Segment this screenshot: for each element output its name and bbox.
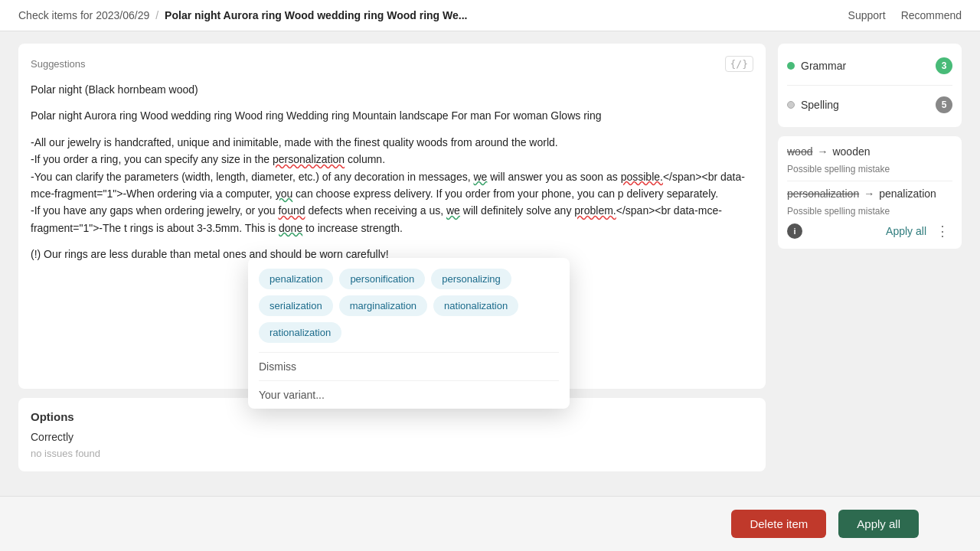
fix2-to: penalization xyxy=(879,187,936,200)
chip-penalization[interactable]: penalization xyxy=(259,269,333,289)
text-content: Polar night (Black hornbeam wood) Polar … xyxy=(31,81,753,263)
divider xyxy=(787,85,952,86)
chip-serialization[interactable]: serialization xyxy=(259,295,333,316)
fix1-note: Possible spelling mistake xyxy=(787,164,952,174)
chip-rationalization[interactable]: rationalization xyxy=(259,322,341,343)
suggestions-header: Suggestions {/} xyxy=(31,56,753,72)
fix1-to: wooden xyxy=(832,145,870,158)
breadcrumb: Check items for 2023/06/29 / Polar night… xyxy=(18,9,467,21)
your-variant-action[interactable]: Your variant... xyxy=(259,380,559,409)
main-content: Suggestions {/} Polar night (Black hornb… xyxy=(0,31,980,484)
grammar-dot xyxy=(787,62,795,70)
support-link[interactable]: Support xyxy=(848,9,886,21)
chip-personification[interactable]: personification xyxy=(339,269,425,289)
spelling-dot xyxy=(787,101,795,109)
spelling-count: 5 xyxy=(936,96,952,113)
spelling-item: Spelling 5 xyxy=(787,92,952,118)
underlined-word-we2: we xyxy=(446,204,460,217)
suggestions-chips: penalization personification personalizi… xyxy=(259,269,559,343)
paragraph-1: Polar night (Black hornbeam wood) xyxy=(31,81,753,98)
underlined-word-found: found xyxy=(278,204,305,217)
fix2-arrow: → xyxy=(864,187,874,200)
right-panel: Grammar 3 Spelling 5 wood → wooden Possi… xyxy=(778,44,962,471)
left-panel: Suggestions {/} Polar night (Black hornb… xyxy=(18,44,766,471)
apply-all-bottom-button[interactable]: Apply all xyxy=(838,510,919,538)
chip-nationalization[interactable]: nationalization xyxy=(433,295,518,316)
apply-all-row: i Apply all ⋮ xyxy=(787,223,952,240)
divider2 xyxy=(787,181,952,181)
underlined-word-we: we xyxy=(473,171,487,183)
options-status: Correctly xyxy=(31,431,753,443)
underlined-word-you: you xyxy=(276,187,293,200)
options-title: Options xyxy=(31,410,753,423)
apply-all-button[interactable]: Apply all xyxy=(808,225,926,237)
underlined-word-possible: possible. xyxy=(621,171,663,183)
paragraph-2: Polar night Aurora ring Wood wedding rin… xyxy=(31,107,753,124)
spelling-fix-2: personalization → penalization xyxy=(787,187,952,200)
grammar-item: Grammar 3 xyxy=(787,53,952,79)
suggestions-card: Suggestions {/} Polar night (Black hornb… xyxy=(18,44,766,389)
delete-item-button[interactable]: Delete item xyxy=(731,510,826,538)
no-issues: no issues found xyxy=(31,448,753,459)
fix1-arrow: → xyxy=(817,145,828,158)
underlined-word-personalization: personalization xyxy=(273,153,345,165)
chip-personalizing[interactable]: personalizing xyxy=(431,269,511,289)
info-icon: i xyxy=(787,223,802,239)
grammar-count: 3 xyxy=(936,57,952,74)
code-icon: {/} xyxy=(725,56,753,72)
top-actions: Support Recommend xyxy=(848,9,962,21)
bottom-bar: Delete item Apply all xyxy=(0,496,980,551)
spelling-label: Spelling xyxy=(801,99,839,111)
spelling-section: wood → wooden Possible spelling mistake … xyxy=(778,136,962,249)
fix1-from: wood xyxy=(787,145,812,158)
top-bar: Check items for 2023/06/29 / Polar night… xyxy=(0,0,980,31)
grammar-label: Grammar xyxy=(801,60,846,72)
options-card: Options Correctly no issues found xyxy=(18,398,766,471)
underlined-word-problem: problem. xyxy=(574,204,616,217)
suggestions-popup: penalization personification personalizi… xyxy=(248,258,570,409)
recommend-link[interactable]: Recommend xyxy=(901,9,962,21)
breadcrumb-sep: / xyxy=(155,9,158,21)
paragraph-3: -All our jewelry is handcrafted, unique … xyxy=(31,134,753,236)
more-button[interactable]: ⋮ xyxy=(933,223,952,240)
underlined-word-done: done xyxy=(279,222,302,234)
check-section-grammar: Grammar 3 Spelling 5 xyxy=(778,44,962,127)
fix2-note: Possible spelling mistake xyxy=(787,206,952,217)
breadcrumb-title: Polar night Aurora ring Wood wedding rin… xyxy=(165,9,467,21)
fix2-from: personalization xyxy=(787,187,859,200)
dismiss-action[interactable]: Dismiss xyxy=(259,352,559,380)
chip-marginalization[interactable]: marginalization xyxy=(339,295,427,316)
breadcrumb-base: Check items for 2023/06/29 xyxy=(18,9,149,21)
suggestions-label: Suggestions xyxy=(31,58,86,70)
spelling-fix-1: wood → wooden xyxy=(787,145,952,158)
